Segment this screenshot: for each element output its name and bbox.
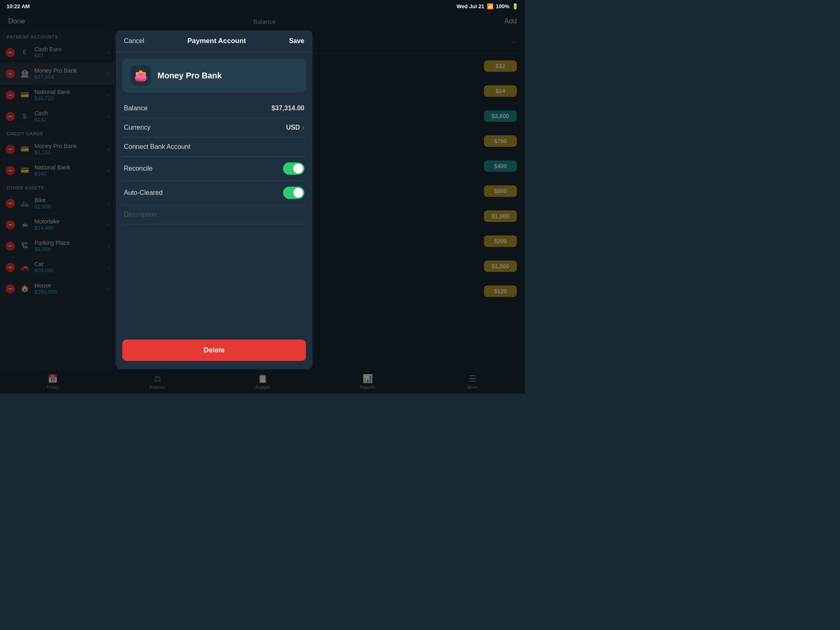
wallet-icon: 👛 <box>134 69 147 82</box>
modal-account-icon: 👛 <box>130 65 151 86</box>
modal-title: Payment Account <box>187 37 246 45</box>
reconcile-toggle-knob <box>293 164 303 173</box>
auto-cleared-toggle[interactable] <box>283 187 304 199</box>
status-time: 10:22 AM <box>7 3 30 9</box>
status-bar: 10:22 AM Wed Jul 21 📶 100% 🔋 <box>0 0 525 12</box>
modal-account-name: Money Pro Bank <box>158 71 222 80</box>
wifi-icon: 📶 <box>487 3 493 9</box>
balance-label: Balance <box>124 105 148 112</box>
status-date: Wed Jul 21 <box>457 3 484 9</box>
auto-cleared-toggle-knob <box>293 188 303 198</box>
currency-value: USD <box>286 124 300 131</box>
connect-bank-label[interactable]: Connect Bank Account <box>124 143 190 151</box>
modal-account-header: 👛 Money Pro Bank <box>122 59 306 92</box>
reconcile-label: Reconcile <box>124 165 153 172</box>
currency-value-group: USD › <box>286 124 304 131</box>
description-placeholder: Description <box>124 211 157 218</box>
payment-account-modal: Cancel Payment Account Save 👛 Money Pro … <box>116 30 313 369</box>
battery-level: 100% <box>496 3 509 9</box>
reconcile-toggle[interactable] <box>283 162 304 175</box>
currency-label: Currency <box>124 124 151 131</box>
currency-row[interactable]: Currency USD › <box>122 118 306 137</box>
modal-save-button[interactable]: Save <box>289 37 304 45</box>
status-right: Wed Jul 21 📶 100% 🔋 <box>457 3 518 9</box>
modal-header: Cancel Payment Account Save <box>116 30 313 52</box>
modal-cancel-button[interactable]: Cancel <box>124 37 144 45</box>
battery-icon: 🔋 <box>512 3 518 9</box>
reconcile-row: Reconcile <box>122 157 306 181</box>
auto-cleared-label: Auto-Cleared <box>124 189 162 196</box>
modal-fields: Balance $37,314.00 Currency USD › Connec… <box>116 99 313 331</box>
balance-row: Balance $37,314.00 <box>122 99 306 118</box>
balance-value[interactable]: $37,314.00 <box>272 105 304 112</box>
auto-cleared-row: Auto-Cleared <box>122 181 306 205</box>
description-field[interactable]: Description <box>122 205 306 224</box>
delete-button[interactable]: Delete <box>122 340 306 361</box>
connect-bank-row[interactable]: Connect Bank Account <box>122 137 306 157</box>
chevron-right-icon: › <box>302 124 304 131</box>
